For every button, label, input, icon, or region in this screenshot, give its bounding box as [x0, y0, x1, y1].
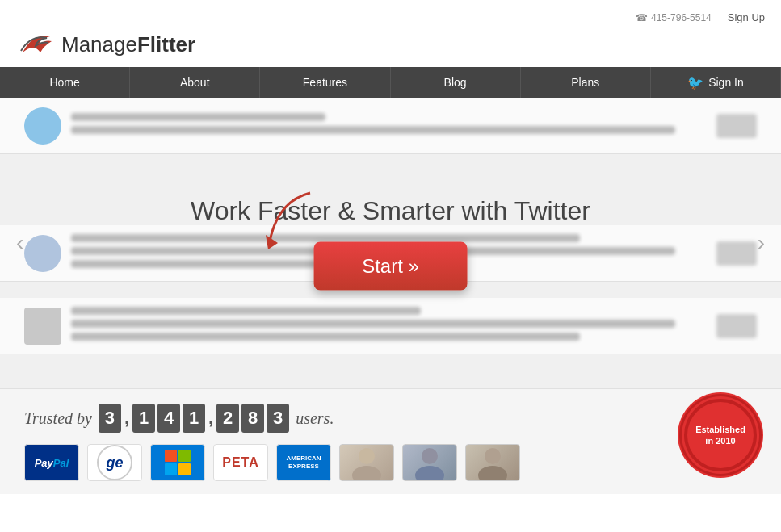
svg-point-6	[478, 466, 507, 480]
person-logo-3	[465, 444, 520, 481]
hero-section: ‹ › Work Faster & Smarter with Twitter S…	[0, 98, 781, 388]
tweet-avatar-3	[24, 308, 61, 345]
nav-features[interactable]: Features	[260, 67, 390, 98]
trust-bar-content: Trusted by 3 , 1 4 1 , 2 8 3 users. PayP…	[24, 404, 757, 481]
tweet-avatar	[24, 107, 61, 145]
trust-bar: Trusted by 3 , 1 4 1 , 2 8 3 users. PayP…	[0, 388, 781, 494]
carousel-next[interactable]: ›	[758, 230, 765, 256]
svg-point-1	[359, 448, 375, 464]
logo-strip: PayPal ge PETA	[24, 444, 757, 481]
tweet-row-1	[0, 98, 781, 154]
logo-icon	[16, 30, 55, 59]
svg-point-5	[485, 448, 501, 464]
phone-number: ☎ 415-796-5514	[636, 12, 712, 23]
tweet-side-3	[716, 314, 757, 338]
counter-digits: 3 , 1 4 1 , 2 8 3	[99, 404, 289, 433]
counter-row: Trusted by 3 , 1 4 1 , 2 8 3 users.	[24, 404, 757, 433]
logo-text: ManageFlitter	[61, 32, 195, 57]
twitter-icon: 🐦	[687, 75, 703, 90]
peta-logo: PETA	[213, 444, 268, 481]
digit-3b: 3	[267, 404, 289, 433]
tweet-side	[716, 114, 757, 138]
signup-link[interactable]: Sign Up	[728, 11, 765, 23]
tweet-content-3	[71, 307, 707, 346]
established-badge: Established in 2010	[684, 399, 757, 471]
digit-8: 8	[241, 404, 264, 433]
tweet-row-3	[0, 298, 781, 354]
svg-point-2	[352, 466, 381, 480]
phone-icon: ☎	[636, 12, 648, 23]
svg-point-3	[422, 448, 438, 464]
logo-area[interactable]: ManageFlitter	[16, 30, 195, 59]
top-bar: ☎ 415-796-5514 Sign Up	[0, 5, 781, 30]
established-line2: in 2010	[705, 435, 735, 446]
digit-2: 2	[216, 404, 239, 433]
digit-3: 3	[99, 404, 121, 433]
nav-about[interactable]: About	[130, 67, 260, 98]
nav-blog[interactable]: Blog	[391, 67, 521, 98]
digit-1b: 1	[183, 404, 205, 433]
users-suffix: users.	[296, 409, 334, 428]
carousel-prev[interactable]: ‹	[16, 230, 23, 256]
windows-logo	[150, 444, 205, 481]
person-logo-2	[402, 444, 457, 481]
tweet-side-2	[716, 241, 757, 266]
nav-plans[interactable]: Plans	[521, 67, 651, 98]
tweet-avatar-2	[24, 235, 61, 272]
hero-headline: Work Faster & Smarter with Twitter	[191, 196, 590, 226]
digit-1a: 1	[132, 404, 155, 433]
site-header: ☎ 415-796-5514 Sign Up ManageFlitter Hom…	[0, 0, 781, 98]
tweet-content	[71, 113, 707, 139]
hero-center: Work Faster & Smarter with Twitter Start…	[191, 196, 590, 291]
established-line1: Established	[695, 424, 745, 435]
person-logo-1	[339, 444, 394, 481]
nav-home[interactable]: Home	[0, 67, 130, 98]
arrow-annotation	[254, 185, 326, 261]
svg-point-4	[415, 466, 444, 480]
paypal-logo: PayPal	[24, 444, 79, 481]
trusted-prefix: Trusted by	[24, 409, 92, 428]
digit-4: 4	[157, 404, 180, 433]
ge-logo: ge	[87, 444, 142, 481]
main-nav: Home About Features Blog Plans 🐦 Sign In	[0, 67, 781, 98]
nav-signin[interactable]: 🐦 Sign In	[651, 67, 781, 98]
start-button[interactable]: Start »	[313, 242, 468, 291]
amex-logo: AMERICAN EXPRESS	[276, 444, 331, 481]
header-row: ManageFlitter	[0, 30, 781, 67]
